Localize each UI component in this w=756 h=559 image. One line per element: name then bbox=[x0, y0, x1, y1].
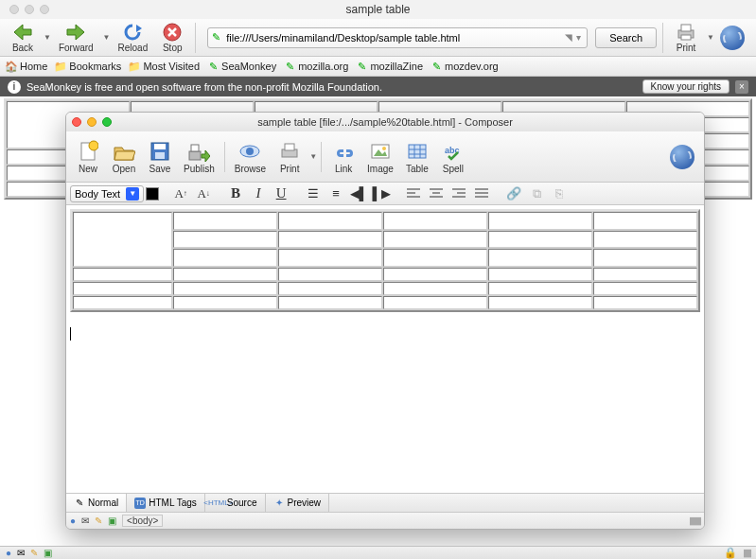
align-left-button[interactable] bbox=[403, 185, 424, 202]
italic-button[interactable]: I bbox=[248, 185, 269, 202]
bm-bookmarks[interactable]: 📁Bookmarks bbox=[55, 61, 121, 72]
window-minimize-button[interactable] bbox=[87, 117, 97, 127]
align-justify-button[interactable] bbox=[471, 185, 492, 202]
back-label: Back bbox=[12, 43, 33, 53]
os-max-dot[interactable] bbox=[40, 5, 49, 14]
composer-main-toolbar: New Open Save Publish Browse Print ▼ Lin… bbox=[66, 131, 704, 183]
forward-button[interactable]: Forward bbox=[53, 22, 99, 53]
url-dropdown[interactable]: ▾ bbox=[576, 32, 581, 43]
bm-mozillazine[interactable]: ✎mozillaZine bbox=[356, 61, 423, 72]
svg-point-8 bbox=[89, 141, 98, 150]
number-list-button[interactable]: ≡ bbox=[325, 185, 346, 202]
bm-seamonkey[interactable]: ✎SeaMonkey bbox=[207, 61, 276, 72]
format-toolbar: Body Text▼ A↑ A↓ B I U ☰ ≡ ◀▌ ▌▶ 🔗 ⧉ ⎘ bbox=[66, 183, 704, 205]
search-button[interactable]: Search bbox=[595, 27, 657, 48]
back-button[interactable]: Back bbox=[6, 22, 40, 53]
comp-print-button[interactable]: Print bbox=[272, 139, 308, 174]
resize-grip[interactable]: ▮▮▮ bbox=[689, 515, 700, 527]
window-close-button[interactable] bbox=[72, 117, 81, 127]
svg-rect-5 bbox=[681, 25, 691, 31]
svg-rect-13 bbox=[191, 145, 199, 151]
os-nav-icon[interactable]: ● bbox=[6, 548, 11, 558]
os-min-dot[interactable] bbox=[25, 5, 34, 14]
publish-button[interactable]: Publish bbox=[178, 139, 220, 174]
bm-most-visited[interactable]: 📁Most Visited bbox=[129, 61, 200, 72]
status-mail-icon[interactable]: ✉ bbox=[81, 515, 89, 526]
align-center-button[interactable] bbox=[426, 185, 447, 202]
save-button[interactable]: Save bbox=[142, 139, 178, 174]
indent-button[interactable]: ▌▶ bbox=[371, 185, 392, 202]
bullet-list-button[interactable]: ☰ bbox=[303, 185, 324, 202]
tab-normal[interactable]: ✎Normal bbox=[66, 494, 127, 512]
print-button[interactable]: Print bbox=[669, 22, 703, 53]
svg-rect-11 bbox=[155, 152, 165, 159]
url-bar[interactable]: ✎ ◥▾ bbox=[207, 27, 588, 48]
spell-button[interactable]: abcSpell bbox=[435, 139, 471, 174]
table-button[interactable]: Table bbox=[399, 139, 435, 174]
url-input[interactable] bbox=[222, 32, 563, 44]
forward-icon bbox=[64, 22, 87, 43]
bm-mozdev[interactable]: ✎mozdev.org bbox=[431, 61, 499, 72]
chevron-down-icon: ▼ bbox=[126, 187, 139, 201]
font-increase-button[interactable]: A↑ bbox=[170, 185, 191, 202]
window-zoom-button[interactable] bbox=[102, 117, 112, 127]
tab-preview[interactable]: ✦Preview bbox=[266, 494, 330, 512]
open-button[interactable]: Open bbox=[106, 139, 142, 174]
os-mail-icon[interactable]: ✉ bbox=[17, 548, 25, 558]
os-edit-icon[interactable]: ✎ bbox=[30, 548, 38, 558]
os-close-dot[interactable] bbox=[9, 5, 19, 14]
os-security-icon[interactable]: 🔒 bbox=[724, 547, 737, 559]
bookmark-icon: ✎ bbox=[284, 61, 295, 72]
know-rights-button[interactable]: Know your rights bbox=[642, 79, 730, 94]
tab-source[interactable]: <HTML>Source bbox=[205, 494, 266, 512]
composer-window: sample table [file:/.../sample%20table.h… bbox=[65, 112, 705, 530]
browse-button[interactable]: Browse bbox=[229, 139, 272, 174]
stop-button[interactable]: Stop bbox=[155, 22, 189, 53]
text-color-swatch[interactable] bbox=[146, 187, 159, 201]
status-nav-icon[interactable]: ● bbox=[70, 515, 76, 526]
underline-button[interactable]: U bbox=[271, 185, 291, 202]
bold-button[interactable]: B bbox=[225, 185, 246, 202]
status-edit-icon[interactable]: ✎ bbox=[95, 515, 102, 526]
back-icon bbox=[11, 22, 34, 43]
outdent-button[interactable]: ◀▌ bbox=[348, 185, 369, 202]
image-button[interactable]: Image bbox=[361, 139, 399, 174]
insert-link-button[interactable]: 🔗 bbox=[503, 185, 524, 202]
os-titlebar: sample table bbox=[0, 0, 756, 19]
reload-button[interactable]: Reload bbox=[113, 22, 154, 53]
spell-icon: abc bbox=[441, 139, 466, 164]
bookmark-icon: ✎ bbox=[356, 61, 367, 72]
new-icon bbox=[76, 139, 100, 164]
comp-print-dropdown[interactable]: ▼ bbox=[309, 152, 317, 161]
os-resize-grip[interactable]: ▮▮ bbox=[743, 547, 750, 559]
pencil-icon: ✎ bbox=[74, 498, 85, 509]
status-book-icon[interactable]: ▣ bbox=[108, 515, 116, 526]
align-right-button[interactable] bbox=[448, 185, 469, 202]
font-decrease-button[interactable]: A↓ bbox=[193, 185, 214, 202]
bm-home[interactable]: 🏠Home bbox=[6, 61, 47, 72]
notification-close[interactable]: × bbox=[735, 80, 748, 94]
new-button[interactable]: New bbox=[70, 139, 106, 174]
print-icon bbox=[675, 22, 697, 43]
os-window-title: sample table bbox=[0, 3, 756, 16]
svg-marker-0 bbox=[14, 25, 31, 40]
os-book-icon[interactable]: ▣ bbox=[44, 548, 52, 558]
feed-icon[interactable]: ◥ bbox=[565, 32, 572, 43]
tab-html-tags[interactable]: TDHTML Tags bbox=[127, 494, 205, 512]
paragraph-style-select[interactable]: Body Text▼ bbox=[70, 185, 144, 202]
page-icon: ✎ bbox=[212, 31, 220, 44]
back-dropdown[interactable]: ▼ bbox=[44, 33, 51, 42]
stop-label: Stop bbox=[163, 43, 183, 53]
bm-mozilla-org[interactable]: ✎mozilla.org bbox=[284, 61, 348, 72]
info-icon: i bbox=[8, 80, 21, 94]
editor-table[interactable] bbox=[70, 209, 700, 312]
os-statusbar: ● ✉ ✎ ▣ 🔒 ▮▮ bbox=[0, 546, 756, 559]
folder-icon: 📁 bbox=[55, 61, 66, 72]
forward-dropdown[interactable]: ▼ bbox=[103, 33, 111, 42]
composer-titlebar[interactable]: sample table [file:/.../sample%20table.h… bbox=[66, 113, 704, 131]
editor-area[interactable] bbox=[66, 205, 704, 493]
link-button[interactable]: Link bbox=[325, 139, 361, 174]
status-body-tag[interactable]: <body> bbox=[122, 515, 163, 527]
open-icon bbox=[112, 139, 136, 164]
print-dropdown[interactable]: ▼ bbox=[707, 33, 714, 42]
